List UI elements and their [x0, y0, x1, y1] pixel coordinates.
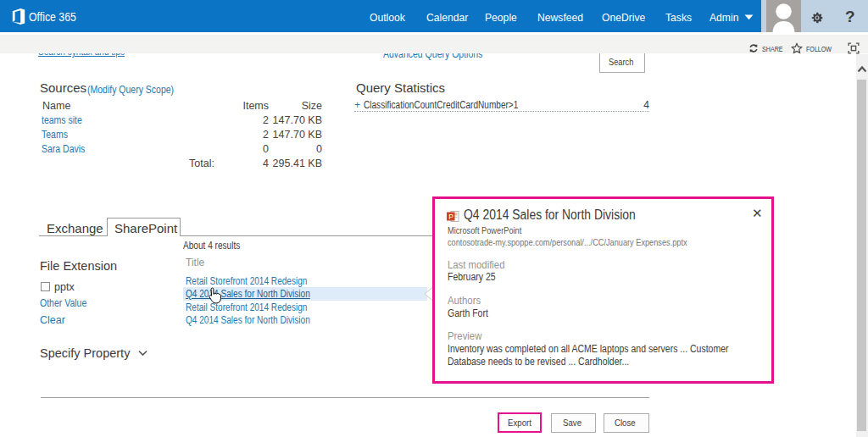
svg-text:P: P	[448, 213, 453, 221]
